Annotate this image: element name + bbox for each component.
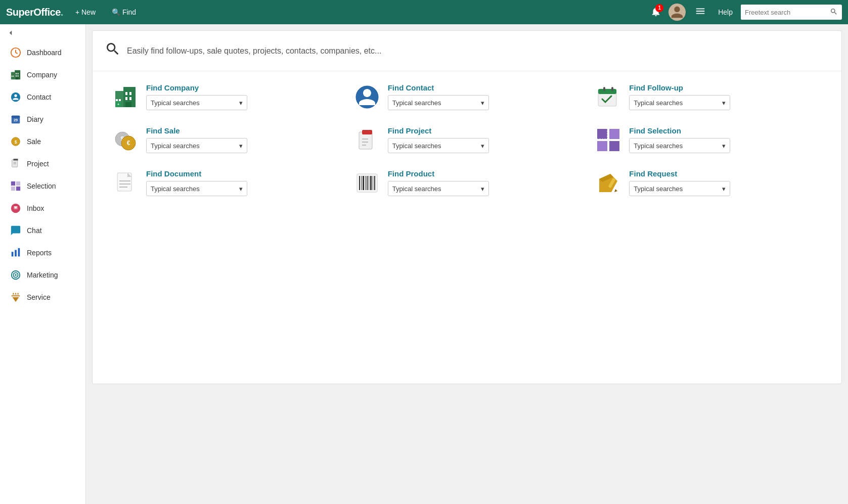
find-request-dropdown-chevron: ▾ xyxy=(722,185,726,193)
sidebar-item-label: Service xyxy=(27,293,51,301)
sidebar-item-label: Contact xyxy=(27,93,51,101)
notification-badge: 1 xyxy=(655,4,663,12)
svg-point-30 xyxy=(15,274,17,276)
find-project-icon xyxy=(354,127,380,153)
find-document-card: Find Document Typical searches ▾ xyxy=(105,169,346,196)
sidebar-item-label: Marketing xyxy=(27,271,58,279)
freetext-search-submit[interactable] xyxy=(827,5,841,20)
sidebar-item-diary[interactable]: 29 Diary xyxy=(0,108,85,130)
svg-rect-23 xyxy=(16,187,20,191)
notifications-button[interactable]: 1 xyxy=(648,4,663,21)
find-followup-dropdown[interactable]: Typical searches ▾ xyxy=(629,95,730,110)
sidebar-item-contact[interactable]: Contact xyxy=(0,86,85,108)
find-project-link[interactable]: Find Project xyxy=(388,126,580,135)
svg-rect-9 xyxy=(16,78,19,80)
sidebar-item-label: Chat xyxy=(27,226,42,235)
find-product-dropdown[interactable]: Typical searches ▾ xyxy=(388,181,489,196)
find-contact-dropdown-chevron: ▾ xyxy=(481,99,484,107)
find-document-link[interactable]: Find Document xyxy=(146,169,338,178)
svg-rect-5 xyxy=(16,75,17,77)
app-logo: SuperOffice. xyxy=(6,7,63,18)
find-company-link[interactable]: Find Company xyxy=(146,83,338,92)
find-company-body: Find Company Typical searches ▾ xyxy=(146,83,338,110)
svg-rect-22 xyxy=(11,187,15,191)
find-contact-link[interactable]: Find Contact xyxy=(388,83,580,92)
sidebar-item-label: Project xyxy=(27,160,49,168)
svg-text:29: 29 xyxy=(14,118,18,122)
find-followup-link[interactable]: Find Follow-up xyxy=(629,83,821,92)
sidebar-item-company[interactable]: Company xyxy=(0,64,85,86)
svg-rect-17 xyxy=(13,159,18,161)
menu-button[interactable] xyxy=(691,4,710,21)
find-button[interactable]: 🔍 Find xyxy=(108,6,140,18)
inbox-icon xyxy=(10,202,22,214)
sidebar-item-selection[interactable]: Selection xyxy=(0,175,85,197)
find-company-dropdown[interactable]: Typical searches ▾ xyxy=(146,95,247,110)
svg-rect-57 xyxy=(609,129,619,139)
find-company-dropdown-label: Typical searches xyxy=(151,99,200,107)
find-document-dropdown[interactable]: Typical searches ▾ xyxy=(146,181,247,196)
marketing-icon xyxy=(10,269,22,281)
find-sale-dropdown-label: Typical searches xyxy=(151,142,200,150)
svg-rect-44 xyxy=(598,89,616,94)
top-navigation: SuperOffice. + New 🔍 Find 1 Help xyxy=(0,0,848,24)
sidebar-item-sale[interactable]: $ Sale xyxy=(0,130,85,153)
sidebar-item-label: Dashboard xyxy=(27,49,62,57)
find-request-dropdown[interactable]: Typical searches ▾ xyxy=(629,181,730,196)
user-avatar-button[interactable] xyxy=(667,3,687,22)
find-header-search-icon xyxy=(105,41,121,61)
find-company-dropdown-chevron: ▾ xyxy=(239,99,243,107)
sidebar-item-dashboard[interactable]: Dashboard xyxy=(0,41,85,64)
find-product-icon xyxy=(354,170,380,196)
contact-icon xyxy=(10,91,22,103)
find-selection-dropdown-label: Typical searches xyxy=(634,142,683,150)
help-button[interactable]: Help xyxy=(714,6,737,18)
find-selection-icon xyxy=(596,127,621,153)
sidebar: Dashboard Company Contact 29 Diary xyxy=(0,24,86,504)
find-project-body: Find Project Typical searches ▾ xyxy=(388,126,580,153)
sidebar-item-reports[interactable]: Reports xyxy=(0,242,85,264)
find-project-dropdown-label: Typical searches xyxy=(392,142,441,150)
sidebar-item-service[interactable]: Service xyxy=(0,286,85,308)
find-document-icon xyxy=(113,170,138,196)
sidebar-item-marketing[interactable]: Marketing xyxy=(0,264,85,286)
find-header-text: Easily find follow-ups, sale quotes, pro… xyxy=(127,47,381,56)
sidebar-collapse-button[interactable] xyxy=(0,24,85,41)
sidebar-item-chat[interactable]: Chat xyxy=(0,219,85,242)
find-request-link[interactable]: Find Request xyxy=(629,169,821,178)
sidebar-item-label: Diary xyxy=(27,115,43,123)
svg-rect-25 xyxy=(12,252,14,256)
find-selection-link[interactable]: Find Selection xyxy=(629,126,821,135)
svg-rect-52 xyxy=(362,130,372,134)
find-followup-icon xyxy=(596,84,621,110)
find-company-card: + Find Company Typical searches ▾ xyxy=(105,83,346,110)
svg-text:$: $ xyxy=(15,140,17,145)
freetext-search-input[interactable] xyxy=(741,5,827,20)
find-contact-dropdown[interactable]: Typical searches ▾ xyxy=(388,95,489,110)
find-sale-dropdown[interactable]: Typical searches ▾ xyxy=(146,138,247,153)
find-document-dropdown-label: Typical searches xyxy=(151,185,200,193)
svg-text:+: + xyxy=(117,103,119,106)
find-project-dropdown[interactable]: Typical searches ▾ xyxy=(388,138,489,153)
find-selection-body: Find Selection Typical searches ▾ xyxy=(629,126,821,153)
svg-rect-4 xyxy=(18,73,19,74)
find-sale-icon: $ € xyxy=(113,127,138,153)
main-content: Easily find follow-ups, sale quotes, pro… xyxy=(86,24,848,504)
find-grid: + Find Company Typical searches ▾ xyxy=(93,71,841,208)
find-product-link[interactable]: Find Product xyxy=(388,169,580,178)
sidebar-item-project[interactable]: Project xyxy=(0,153,85,175)
find-sale-link[interactable]: Find Sale xyxy=(146,126,338,135)
find-selection-dropdown[interactable]: Typical searches ▾ xyxy=(629,138,730,153)
find-contact-icon xyxy=(354,84,380,110)
sidebar-item-inbox[interactable]: Inbox xyxy=(0,197,85,219)
find-contact-dropdown-label: Typical searches xyxy=(392,99,441,107)
svg-rect-70 xyxy=(367,176,368,190)
find-product-dropdown-label: Typical searches xyxy=(392,185,441,193)
new-button[interactable]: + New xyxy=(71,6,100,18)
svg-rect-20 xyxy=(11,181,15,186)
svg-rect-33 xyxy=(125,92,127,95)
svg-rect-45 xyxy=(603,87,605,91)
company-icon xyxy=(10,69,22,81)
service-icon xyxy=(10,291,22,303)
svg-rect-72 xyxy=(370,176,372,190)
